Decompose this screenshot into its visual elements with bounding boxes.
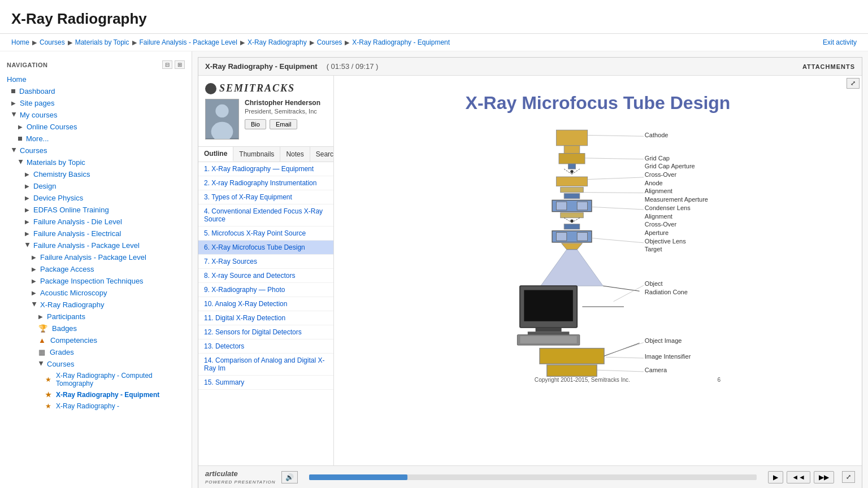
- play-button[interactable]: ▶: [768, 471, 783, 483]
- outline-item-5[interactable]: 5. Microfocus X-Ray Point Source: [198, 226, 333, 241]
- courses-sub-arrow: ▶: [38, 361, 45, 367]
- tab-notes[interactable]: Notes: [280, 147, 310, 162]
- device-physics-arrow: ▶: [25, 195, 31, 201]
- expand-nav-icon[interactable]: ⊞: [175, 60, 185, 69]
- tab-search[interactable]: Search: [310, 147, 334, 162]
- progress-bar[interactable]: [309, 474, 757, 480]
- instructor-title: President, Semitracks, Inc: [245, 108, 327, 115]
- nav-xray-radio[interactable]: ▶ X-Ray Radiography: [0, 299, 192, 311]
- nav-xray-more[interactable]: ★ X-Ray Radiography -: [0, 400, 192, 412]
- nav-dashboard[interactable]: Dashboard: [0, 85, 192, 97]
- nav-competencies[interactable]: ▲ Competencies: [0, 334, 192, 346]
- outline-item-14[interactable]: 14. Comparison of Analog and Digital X-R…: [198, 354, 333, 376]
- attachments-button[interactable]: ATTACHMENTS: [802, 63, 855, 70]
- nav-fa-die[interactable]: ▶ Failure Analysis - Die Level: [0, 216, 192, 228]
- nav-xray-ct[interactable]: ★ X-Ray Radiography - Computed Tomograph…: [0, 370, 192, 389]
- svg-rect-11: [561, 187, 583, 192]
- outline-item-3[interactable]: 3. Types of X-Ray Equipment: [198, 190, 333, 204]
- nav-fa-package[interactable]: ▶ Failure Analysis - Package Level: [0, 239, 192, 251]
- nav-xray-equip[interactable]: ★ X-Ray Radiography - Equipment: [0, 389, 192, 400]
- nav-package-inspection[interactable]: ▶ Package Inspection Techniques: [0, 275, 192, 287]
- nav-my-courses[interactable]: ▶ My courses: [0, 109, 192, 121]
- xray-equip-icon: ★: [45, 391, 51, 399]
- svg-text:Aperture: Aperture: [645, 229, 669, 236]
- outline-list: 1. X-Ray Radiography — Equipment2. X-ray…: [198, 162, 333, 465]
- tab-thumbnails[interactable]: Thumbnails: [233, 147, 280, 162]
- svg-text:Object: Object: [645, 280, 663, 287]
- outline-item-6[interactable]: 6. X-Ray Microfocus Tube Design: [198, 241, 333, 255]
- participants-arrow: ▶: [38, 313, 44, 320]
- outline-item-13[interactable]: 13. Detectors: [198, 339, 333, 354]
- nav-chemistry[interactable]: ▶ Chemistry Basics: [0, 168, 192, 180]
- outline-item-4[interactable]: 4. Conventional Extended Focus X-Ray Sou…: [198, 204, 333, 226]
- outline-item-1[interactable]: 1. X-Ray Radiography — Equipment: [198, 162, 333, 176]
- nav-fa-electrical[interactable]: ▶ Failure Analysis - Electrical: [0, 228, 192, 239]
- package-access-arrow: ▶: [32, 266, 37, 272]
- outline-tabs: Outline Thumbnails Notes Search: [198, 147, 333, 162]
- design-arrow: ▶: [25, 183, 31, 189]
- breadcrumb-courses[interactable]: Courses: [40, 38, 65, 46]
- breadcrumb-home[interactable]: Home: [11, 38, 29, 46]
- outline-item-10[interactable]: 10. Analog X-Ray Detection: [198, 297, 333, 311]
- xray-radio-arrow: ▶: [32, 302, 38, 308]
- volume-button[interactable]: 🔊: [281, 471, 298, 483]
- chemistry-arrow: ▶: [25, 171, 31, 177]
- svg-text:Condenser Lens: Condenser Lens: [645, 204, 691, 211]
- svg-marker-25: [541, 250, 603, 286]
- breadcrumb-xray-equip[interactable]: X-Ray Radiography - Equipment: [352, 38, 450, 46]
- nav-package-access[interactable]: ▶ Package Access: [0, 263, 192, 275]
- outline-item-15[interactable]: 15. Summary: [198, 376, 333, 390]
- acoustic-arrow: ▶: [32, 290, 37, 296]
- nav-home[interactable]: Home: [0, 73, 192, 85]
- outline-item-9[interactable]: 9. X-Radiography — Photo: [198, 283, 333, 297]
- nav-site-pages[interactable]: ▶ Site pages: [0, 97, 192, 109]
- outline-item-8[interactable]: 8. X-ray Source and Detectors: [198, 269, 333, 283]
- sep2: ▶: [68, 39, 72, 46]
- nav-materials-topic[interactable]: ▶ Materials by Topic: [0, 156, 192, 168]
- svg-text:Anode: Anode: [645, 180, 663, 186]
- breadcrumb-xray[interactable]: X-Ray Radiography: [248, 38, 307, 46]
- materials-arrow: ▶: [18, 160, 24, 165]
- tab-outline[interactable]: Outline: [198, 147, 233, 162]
- breadcrumb-materials[interactable]: Materials by Topic: [75, 38, 129, 46]
- fa-package-arrow: ▶: [25, 243, 31, 249]
- nav-participants[interactable]: ▶ Participants: [0, 311, 192, 323]
- fullscreen-button[interactable]: ⤢: [847, 78, 860, 89]
- instructor-photo: [205, 99, 239, 140]
- svg-line-62: [606, 342, 644, 355]
- svg-line-63: [606, 357, 644, 358]
- bio-button[interactable]: Bio: [245, 119, 266, 129]
- nav-more[interactable]: More...: [0, 133, 192, 145]
- outline-item-11[interactable]: 11. Digital X-Ray Detection: [198, 311, 333, 325]
- nav-online-courses[interactable]: ▶ Online Courses: [0, 121, 192, 133]
- nav-acoustic[interactable]: ▶ Acoustic Microscopy: [0, 287, 192, 299]
- svg-text:Cathode: Cathode: [645, 132, 669, 138]
- expand-button[interactable]: ⤢: [842, 471, 855, 483]
- nav-design[interactable]: ▶ Design: [0, 180, 192, 192]
- site-pages-arrow: ▶: [11, 100, 17, 106]
- svg-text:Image Intensifier: Image Intensifier: [645, 353, 691, 360]
- email-button[interactable]: Email: [270, 119, 298, 129]
- nav-courses[interactable]: ▶ Courses: [0, 145, 192, 156]
- collapse-icon[interactable]: ⊟: [162, 60, 172, 69]
- exit-activity-link[interactable]: Exit activity: [823, 38, 857, 46]
- outline-item-2[interactable]: 2. X-ray Radiography Instrumentation: [198, 176, 333, 190]
- nav-badges[interactable]: 🏆 Badges: [0, 323, 192, 334]
- nav-fa-package-sub[interactable]: ▶ Failure Analysis - Package Level: [0, 251, 192, 263]
- nav-edfas[interactable]: ▶ EDFAS Online Training: [0, 204, 192, 216]
- breadcrumb-courses2[interactable]: Courses: [317, 38, 342, 46]
- prev-button[interactable]: ◄◄: [787, 471, 810, 483]
- nav-device-physics[interactable]: ▶ Device Physics: [0, 192, 192, 204]
- nav-courses-sub[interactable]: ▶ Courses: [0, 358, 192, 370]
- outline-item-7[interactable]: 7. X-Ray Sources: [198, 255, 333, 269]
- progress-fill: [309, 474, 407, 480]
- svg-line-56: [585, 158, 644, 159]
- outline-item-12[interactable]: 12. Sensors for Digital Detectors: [198, 325, 333, 339]
- svg-text:Cross-Over: Cross-Over: [645, 171, 677, 178]
- svg-text:Camera: Camera: [645, 367, 667, 373]
- playback-controls: ▶ ◄◄ ▶▶: [768, 471, 834, 483]
- svg-rect-27: [524, 290, 572, 321]
- breadcrumb-fa-package[interactable]: Failure Analysis - Package Level: [140, 38, 237, 46]
- nav-grades[interactable]: ▦ Grades: [0, 346, 192, 358]
- next-button[interactable]: ▶▶: [814, 471, 834, 483]
